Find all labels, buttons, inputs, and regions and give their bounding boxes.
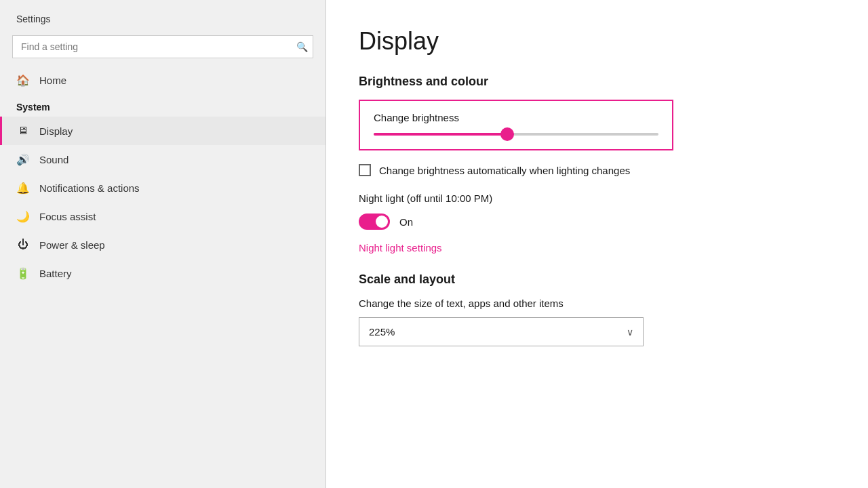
sidebar-item-home[interactable]: 🏠 Home: [0, 66, 326, 94]
system-section-label: System: [0, 94, 326, 117]
sidebar: Settings 🔍 🏠 Home System 🖥 Display 🔊 Sou…: [0, 0, 326, 488]
sidebar-item-label: Sound: [39, 154, 68, 165]
toggle-knob: [376, 216, 388, 228]
display-icon: 🖥: [16, 124, 30, 138]
sidebar-item-display[interactable]: 🖥 Display: [0, 117, 326, 145]
search-input[interactable]: [12, 35, 313, 58]
home-icon: 🏠: [16, 73, 30, 87]
sidebar-item-notifications[interactable]: 🔔 Notifications & actions: [0, 174, 326, 202]
night-light-toggle[interactable]: [359, 214, 390, 230]
sidebar-item-label: Power & sleep: [39, 239, 105, 251]
search-icon: 🔍: [296, 41, 308, 52]
scale-description: Change the size of text, apps and other …: [359, 298, 835, 309]
night-light-settings-link[interactable]: Night light settings: [359, 242, 835, 253]
sidebar-item-power[interactable]: ⏻ Power & sleep: [0, 230, 326, 259]
search-box[interactable]: 🔍: [12, 35, 313, 58]
brightness-box: Change brightness: [359, 100, 673, 150]
battery-icon: 🔋: [16, 266, 30, 280]
auto-brightness-row: Change brightness automatically when lig…: [359, 164, 835, 176]
focus-icon: 🌙: [16, 209, 30, 223]
scale-section-heading: Scale and layout: [359, 272, 835, 287]
brightness-label: Change brightness: [374, 112, 658, 123]
sidebar-item-label: Battery: [39, 268, 72, 279]
chevron-down-icon: ∨: [627, 327, 633, 338]
notifications-icon: 🔔: [16, 181, 30, 195]
home-label: Home: [39, 75, 66, 86]
power-icon: ⏻: [16, 238, 30, 251]
sidebar-item-label: Display: [39, 125, 73, 137]
sidebar-item-label: Focus assist: [39, 211, 96, 222]
slider-thumb[interactable]: [500, 127, 514, 141]
main-content: Display Brightness and colour Change bri…: [326, 0, 868, 488]
brightness-slider[interactable]: [374, 133, 658, 136]
night-light-toggle-row: On: [359, 214, 835, 230]
slider-fill: [374, 133, 507, 136]
auto-brightness-label: Change brightness automatically when lig…: [379, 165, 630, 176]
night-light-label: Night light (off until 10:00 PM): [359, 192, 835, 204]
scale-dropdown-value: 225%: [369, 326, 395, 338]
auto-brightness-checkbox[interactable]: [359, 164, 371, 176]
page-title: Display: [359, 27, 835, 56]
sidebar-item-label: Notifications & actions: [39, 182, 140, 194]
sidebar-item-focus[interactable]: 🌙 Focus assist: [0, 202, 326, 230]
scale-dropdown[interactable]: 225% ∨: [359, 317, 644, 346]
toggle-state-label: On: [399, 216, 413, 228]
app-title: Settings: [0, 0, 326, 35]
brightness-section-heading: Brightness and colour: [359, 75, 835, 89]
sidebar-item-battery[interactable]: 🔋 Battery: [0, 259, 326, 287]
sidebar-item-sound[interactable]: 🔊 Sound: [0, 145, 326, 174]
sound-icon: 🔊: [16, 152, 30, 166]
